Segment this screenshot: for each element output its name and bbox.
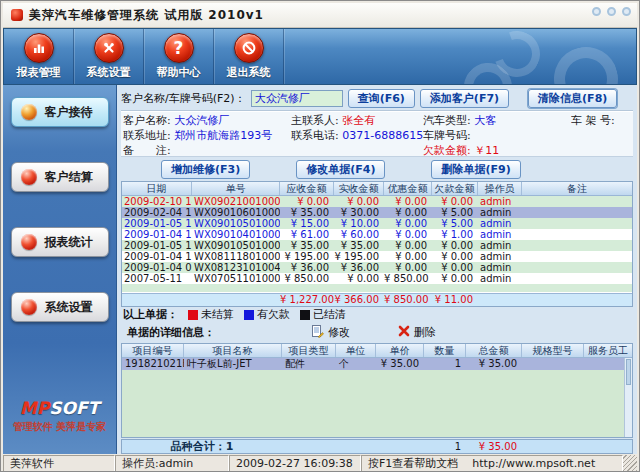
customer-remark-field: 备 注: <box>123 143 291 158</box>
orders-column-header[interactable]: 单号 <box>192 182 280 195</box>
detail-scrollbar[interactable] <box>624 358 632 437</box>
order-cell: ¥ 195.00 <box>280 251 334 262</box>
delete-order-button[interactable]: 删除单据(F9) <box>431 160 520 179</box>
orders-header: 日期单号应收金额实收金额优惠金额欠款金额操作员备注 <box>122 182 632 196</box>
logo-soft: SOFT <box>49 398 99 418</box>
detail-cell: ¥ 35.00 <box>376 358 424 370</box>
customer-contact-field: 主联系人: 张全有 <box>291 113 423 128</box>
order-row[interactable]: 2009-02-10 14:3WX090210010001¥ 0.00¥ 0.0… <box>122 196 632 207</box>
orders-totals-row: ¥ 1,227.00 ¥ 366.00 ¥ 850.00 ¥ 11.00 <box>122 293 632 306</box>
detail-column-header[interactable]: 数量 <box>424 344 466 357</box>
window-body: 客户接待客户结算报表统计系统设置 MPSOFT 管理软件 美萍是专家 客户名称/… <box>3 85 637 454</box>
query-button[interactable]: 查询(F6) <box>348 89 415 108</box>
total-received: ¥ 366.00 <box>334 294 384 306</box>
status-help-cell: 按F1查看帮助文档 http://www.mpsoft.net <box>361 455 623 472</box>
order-cell: ¥ 850.00 <box>280 273 334 284</box>
orders-filler <box>122 284 632 293</box>
modify-order-button[interactable]: 修改单据(F4) <box>296 160 385 179</box>
totals-spacer <box>522 294 632 306</box>
detail-column-header[interactable]: 单价 <box>376 344 424 357</box>
order-row[interactable]: 2007-05-11WX070511010001¥ 850.00¥ 0.00¥ … <box>122 273 632 284</box>
sidebar-item-report-statistics[interactable]: 报表统计 <box>11 227 109 257</box>
search-input[interactable] <box>251 90 343 107</box>
order-cell: 2009-01-05 16:1 <box>122 218 192 229</box>
order-cell: ¥ 0.00 <box>432 273 478 284</box>
orders-column-header[interactable]: 欠款金额 <box>432 182 478 195</box>
order-row[interactable]: 2009-01-04 17:1WX090104010001¥ 61.00¥ 60… <box>122 229 632 240</box>
order-cell <box>522 273 632 284</box>
orders-column-header[interactable]: 实收金额 <box>334 182 384 195</box>
detail-column-header[interactable]: 总金额 <box>466 344 522 357</box>
order-row[interactable]: 2009-01-04 17:1WX081118010001¥ 195.00¥ 1… <box>122 251 632 262</box>
sidebar-item-customer-reception[interactable]: 客户接待 <box>11 97 109 127</box>
toolbar-button-reports[interactable]: 报表管理 <box>4 29 74 84</box>
toolbar-button-settings[interactable]: 系统设置 <box>74 29 144 84</box>
toolbar: 报表管理系统设置?帮助中心退出系统 <box>3 28 637 85</box>
legend-swatch-icon <box>300 310 310 320</box>
resize-grip[interactable] <box>623 455 637 472</box>
orders-column-header[interactable]: 日期 <box>122 182 192 195</box>
total-debt: ¥ 11.00 <box>432 294 478 306</box>
detail-column-header[interactable]: 单位 <box>336 344 376 357</box>
order-row[interactable]: 2009-01-05 16:2WX090105010003¥ 35.00¥ 35… <box>122 240 632 251</box>
orders-column-header[interactable]: 操作员 <box>478 182 522 195</box>
detail-column-header[interactable]: 项目名称 <box>184 344 282 357</box>
sidebar-item-label: 报表统计 <box>45 234 93 251</box>
add-customer-button[interactable]: 添加客户(F7) <box>420 89 509 108</box>
detail-cell: 1 <box>424 358 466 370</box>
detail-column-header[interactable]: 服务员工 <box>584 344 632 357</box>
window-control-dot[interactable] <box>607 7 616 16</box>
window-controls <box>592 7 631 16</box>
red-sphere-icon <box>21 169 37 185</box>
order-cell <box>522 229 632 240</box>
customer-info-panel: 客户名称: 大众汽修厂 主联系人: 张全有 汽车类型: 大客 车 架 号: 联系… <box>121 111 633 157</box>
order-cell: ¥ 0.00 <box>384 218 432 229</box>
window-control-dot[interactable] <box>622 7 631 16</box>
report-chart-icon <box>24 33 54 63</box>
sidebar-item-label: 系统设置 <box>45 299 93 316</box>
toolbar-button-exit[interactable]: 退出系统 <box>214 29 284 84</box>
legend-item: 未结算 <box>188 307 234 322</box>
search-row: 客户名称/车牌号码(F2)： 查询(F6) 添加客户(F7) 清除信息(F8) <box>121 87 633 111</box>
app-window: 美萍汽车维修管理系统 试用版 2010v1 报表管理系统设置?帮助中心退出系统 … <box>0 0 640 472</box>
scrollbar-thumb[interactable] <box>626 359 631 385</box>
order-cell: admin <box>478 273 522 284</box>
order-cell: ¥ 0.00 <box>384 262 432 273</box>
order-cell <box>522 240 632 251</box>
legend-swatch-icon <box>188 310 198 320</box>
legend-title: 以上单据： <box>123 307 178 322</box>
status-bar: 美萍软件 操作员:admin 2009-02-27 16:09:38 按F1查看… <box>3 455 637 472</box>
detail-column-header[interactable]: 规格型号 <box>522 344 584 357</box>
detail-column-header[interactable]: 项目编号 <box>122 344 184 357</box>
edit-document-icon <box>311 325 324 341</box>
orders-table: 日期单号应收金额实收金额优惠金额欠款金额操作员备注 2009-02-10 14:… <box>121 181 633 307</box>
order-cell <box>522 262 632 273</box>
modify-item-button[interactable]: 修改 <box>311 325 350 341</box>
totals-spacer <box>478 294 522 306</box>
add-repair-button[interactable]: 增加维修(F3) <box>161 160 250 179</box>
order-cell: ¥ 5.00 <box>432 207 478 218</box>
order-row[interactable]: 2009-01-05 16:1WX090105010002¥ 15.00¥ 10… <box>122 218 632 229</box>
window-control-dot[interactable] <box>592 7 601 16</box>
system-tools-icon <box>94 33 124 63</box>
totals-spacer <box>122 294 192 306</box>
delete-item-button[interactable]: 删除 <box>398 325 436 340</box>
ring-ornament-icon <box>454 53 522 85</box>
toolbar-button-help[interactable]: ?帮助中心 <box>144 29 214 84</box>
orders-column-header[interactable]: 应收金额 <box>280 182 334 195</box>
orders-column-header[interactable]: 优惠金额 <box>384 182 432 195</box>
status-url[interactable]: http://www.mpsoft.net <box>472 457 595 470</box>
sidebar-item-customer-settlement[interactable]: 客户结算 <box>11 162 109 192</box>
detail-row[interactable]: 191821021E叶子板L前-JET配件个¥ 35.001¥ 35.00 <box>122 358 632 370</box>
customer-address-field: 联系地址: 郑州市航海路193号 <box>123 128 291 143</box>
legend-row: 以上单据： 未结算有欠款已结清 <box>121 307 633 324</box>
order-row[interactable]: 2009-01-04 08:5WX081231010042¥ 36.00¥ 36… <box>122 262 632 273</box>
total-discount: ¥ 850.00 <box>384 294 432 306</box>
sidebar-item-system-settings[interactable]: 系统设置 <box>11 292 109 322</box>
summary-amount: ¥ 35.00 <box>466 441 522 452</box>
orders-column-header[interactable]: 备注 <box>522 182 632 195</box>
toolbar-button-label: 报表管理 <box>17 65 61 80</box>
order-row[interactable]: 2009-02-04 15:2WX090106010004¥ 35.00¥ 30… <box>122 207 632 218</box>
detail-column-header[interactable]: 项目类型 <box>282 344 336 357</box>
clear-info-button[interactable]: 清除信息(F8) <box>528 89 617 108</box>
